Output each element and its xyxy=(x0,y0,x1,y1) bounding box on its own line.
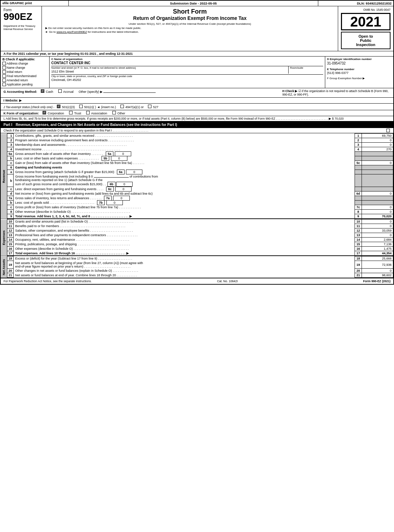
acct-cash[interactable]: Cash xyxy=(41,90,54,93)
checkbox-amended-return[interactable]: Amended return xyxy=(2,78,47,82)
efile-label: efile GRAPHIC print xyxy=(1,1,69,6)
row5a-desc: Gross amount from sale of assets other t… xyxy=(15,152,103,156)
table-row: d Net income or (loss) from gaming and f… xyxy=(1,192,393,196)
acct-other[interactable]: Other (specify) ▶ xyxy=(79,90,156,93)
table-row: 5a Gross amount from sale of assets othe… xyxy=(1,152,393,156)
section-a: A For the 2021 calendar year, or tax yea… xyxy=(1,51,393,57)
city-label: City or town, state or province, country… xyxy=(51,75,323,78)
tax-exempt-501c3[interactable]: 501(c)(3) xyxy=(57,105,75,109)
phone-label: E Telephone number xyxy=(327,68,392,71)
row-amount-1: 69,750 xyxy=(362,134,393,138)
net-assets-label: Net Assets xyxy=(2,259,6,275)
omb-number: OMB No. 1545-0047 xyxy=(341,8,391,12)
checkbox-initial-return[interactable]: Initial return xyxy=(2,70,47,74)
table-row-total: 9 Total revenue. Add lines 1, 2, 3, 4, 5… xyxy=(1,214,393,219)
table-row: Net Assets 18 Excess or (deficit) for th… xyxy=(1,256,393,261)
row6b-desc1: Gross income from fundraising events (no… xyxy=(15,175,353,178)
table-row: 14 Occupancy, rent, utilities, and maint… xyxy=(1,238,393,242)
row5b-amt: 0 xyxy=(111,156,127,161)
org-name-value: CONTACT CENTER INC xyxy=(51,61,323,65)
org-name-label: C Name of organization xyxy=(51,58,323,61)
k-association[interactable]: Association xyxy=(86,112,107,115)
footer-right: Form 990-EZ (2021) xyxy=(363,279,391,283)
city-value: Cincinnati, OH 45202 xyxy=(51,78,323,82)
k-trust[interactable]: Trust xyxy=(69,112,81,115)
expenses-label: Expenses xyxy=(2,230,6,245)
website-label: I Website: ▶ xyxy=(3,99,22,102)
table-row: 7a Gross sales of inventory, less return… xyxy=(1,196,393,201)
tax-exempt-527[interactable]: 527 xyxy=(148,105,158,109)
part1-checkbox[interactable] xyxy=(386,129,390,132)
table-row: 21 Net assets or fund balances at end of… xyxy=(1,273,393,278)
row5a-amt: 0 xyxy=(115,151,131,156)
table-row: 16 Other expenses (describe in Schedule … xyxy=(1,247,393,251)
table-row-total: 17 Total expenses. Add lines 10 through … xyxy=(1,251,393,256)
phone-value: (513) 996-0377 xyxy=(327,71,392,75)
table-row: Expenses 10 Grants and similar amounts p… xyxy=(1,219,393,224)
open-to-public-box: Open to Public Inspection xyxy=(341,32,391,49)
footer: For Paperwork Reduction Act Notice, see … xyxy=(1,278,393,284)
tax-exempt-4947[interactable]: 4947(a)(1) or xyxy=(120,105,144,109)
table-row: 20 Other changes in net assets or fund b… xyxy=(1,269,393,273)
table-row: a Gross income from gaming (attach Sched… xyxy=(1,170,393,174)
row19-desc2: end-of-year figure reported on prior yea… xyxy=(15,265,353,268)
table-row: 8 Other revenue (describe in Schedule O)… xyxy=(1,210,393,214)
form-title-line2: Return of Organization Exempt From Incom… xyxy=(45,15,334,21)
table-row: 12 Salaries, other compensation, and emp… xyxy=(1,228,393,233)
form-number: 990EZ xyxy=(3,12,39,22)
form-note1: ▶ Do not enter social security numbers o… xyxy=(45,27,334,30)
checkbox-final-return[interactable]: Final return/terminated xyxy=(2,74,47,78)
revenue-label: Revenue xyxy=(2,170,6,183)
form-note2: ► Go to www.irs.gov/Form990EZ for instru… xyxy=(45,30,334,33)
group-exempt: F Group Exemption Number ▶ xyxy=(327,77,392,80)
table-row: c Gross profit or (loss) from sales of i… xyxy=(1,205,393,210)
year-box: 2021 xyxy=(341,13,391,30)
table-row: 13 Professional fees and other payments … xyxy=(1,233,393,238)
table-row: 6 Gaming and fundraising events xyxy=(1,165,393,170)
footer-cat: Cat. No. 10642I xyxy=(217,279,238,283)
l-section-text: L Add lines 5b, 6c, and 7b to line 9 to … xyxy=(3,117,344,120)
k-other[interactable]: Other xyxy=(112,112,125,115)
ein-label: D Employer identification number xyxy=(327,58,392,61)
row6a-desc: Gross income from gaming (attach Schedul… xyxy=(15,170,114,174)
form-title-line1: Short Form xyxy=(45,8,334,15)
table-row: 4 Investment income . . . . . . . . . . … xyxy=(1,147,393,152)
k-label: K Form of organization: xyxy=(3,112,39,115)
dln-number: DLN: 93492125021832 xyxy=(318,1,393,6)
tax-exempt-label: J Tax-exempt status (check only one) - xyxy=(3,105,54,109)
row-desc-1: Contributions, gifts, grants, and simila… xyxy=(13,134,355,138)
table-row: 19 Net assets or fund balances at beginn… xyxy=(1,261,393,269)
submission-date: Submission Date - 2022-05-05 xyxy=(69,1,318,6)
row19-desc1: Net assets or fund balances at beginning… xyxy=(15,261,353,265)
row6b-desc3: fundraising events reported on line 1) (… xyxy=(15,178,353,182)
ein-value: 31-0954732 xyxy=(327,61,392,66)
acct-label: G Accounting Method: xyxy=(3,90,37,93)
address-label: Number and street (or P. O. box, if mail… xyxy=(51,66,288,69)
row-num-1: 1 xyxy=(7,134,13,138)
table-row: 3 Membership dues and assessments . . . … xyxy=(1,143,393,147)
table-row: c Gain or (loss) from sale of assets oth… xyxy=(1,161,393,165)
row-line-1: 1 xyxy=(355,134,362,138)
table-row: 2 Program service revenue including gove… xyxy=(1,138,393,143)
table-row: Revenue 1 Contributions, gifts, grants, … xyxy=(1,134,393,138)
checkbox-application-pending[interactable]: Application pending xyxy=(2,83,47,86)
part1-label: Part I xyxy=(3,123,12,127)
row5b-desc: Less: cost or other basis and sales expe… xyxy=(15,157,99,160)
table-row: b Gross income from fundraising events (… xyxy=(1,174,393,187)
row5a-sub: 5a xyxy=(106,151,113,156)
table-row: b Less: cost of goods sold . . . . . . .… xyxy=(1,201,393,205)
form-subtitle: Under section 501(c), 527, or 4947(a)(1)… xyxy=(45,22,334,25)
h-check-section: H Check ▶ ☑ if the organization is not r… xyxy=(282,89,391,96)
room-label: Room/suite xyxy=(290,66,323,69)
acct-accrual[interactable]: Accrual xyxy=(58,90,75,93)
table-row: 15 Printing, publications, postage, and … xyxy=(1,242,393,247)
k-corporation[interactable]: Corporation xyxy=(43,112,64,115)
table-row: b Less: cost or other basis and sales ex… xyxy=(1,156,393,161)
part1-title: Revenue, Expenses, and Changes in Net As… xyxy=(16,123,177,127)
checkbox-address-change[interactable]: Address change xyxy=(2,62,47,65)
address-value: 1512 Elm Street xyxy=(51,69,288,74)
row6b-desc4: sum of such gross income and contributio… xyxy=(15,182,353,187)
tax-exempt-501c[interactable]: 501(c)( ) ◄ (insert no.) xyxy=(79,105,116,109)
table-row: c Less: direct expenses from gaming and … xyxy=(1,187,393,192)
checkbox-name-change[interactable]: Name change xyxy=(2,66,47,69)
